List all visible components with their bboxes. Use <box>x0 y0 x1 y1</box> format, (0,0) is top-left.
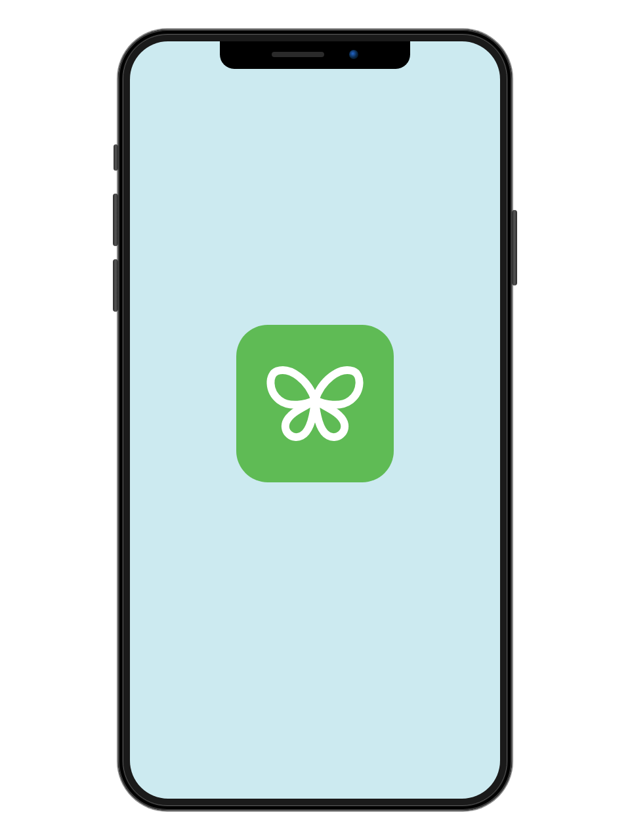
phone-screen <box>130 41 500 799</box>
front-camera <box>349 50 358 59</box>
speaker-grille <box>272 52 324 57</box>
butterfly-icon <box>259 346 371 461</box>
phone-notch <box>220 41 410 69</box>
volume-down-button <box>113 259 118 312</box>
volume-up-button <box>113 194 118 246</box>
phone-frame <box>118 30 512 810</box>
screen-content <box>130 41 500 799</box>
app-icon-tile[interactable] <box>236 325 394 482</box>
silence-switch <box>114 144 118 171</box>
power-button <box>512 210 517 285</box>
